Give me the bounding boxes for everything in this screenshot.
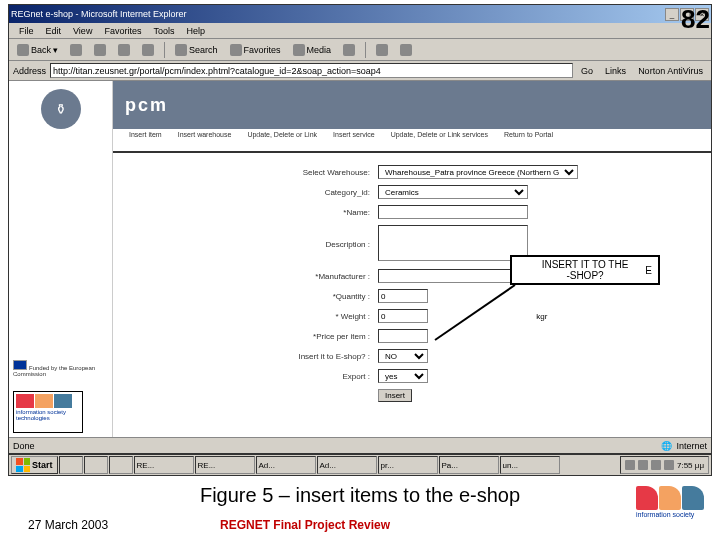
media-button[interactable]: Media <box>289 44 336 56</box>
search-icon <box>175 44 187 56</box>
quicklaunch-2[interactable] <box>84 456 108 474</box>
forward-button[interactable] <box>66 44 86 56</box>
favorites-label: Favorites <box>244 45 281 55</box>
page-number: 82 <box>681 4 710 35</box>
start-button[interactable]: Start <box>11 456 58 474</box>
callout-box: INSERT IT TO THE -SHOP? E <box>510 255 660 285</box>
insert-eshop-select[interactable]: NO <box>378 349 428 363</box>
label-description: Description : <box>243 223 373 265</box>
tray-icon[interactable] <box>638 460 648 470</box>
callout-text: INSERT IT TO THE -SHOP? <box>542 259 629 281</box>
ist-corner-label: information society <box>636 511 714 518</box>
figure-caption: Figure 5 – insert items to the e-shop <box>0 484 720 507</box>
warehouse-select[interactable]: Wharehouse_Patra province Greece (Northe… <box>378 165 578 179</box>
quantity-input[interactable] <box>378 289 428 303</box>
nav-insert-item[interactable]: Insert item <box>121 129 170 151</box>
weight-input[interactable] <box>378 309 428 323</box>
refresh-button[interactable] <box>114 44 134 56</box>
toolbar: Back ▾ Search Favorites Media <box>9 39 711 61</box>
nav-return-portal[interactable]: Return to Portal <box>496 129 561 151</box>
label-price: *Price per item : <box>243 327 373 345</box>
home-icon <box>142 44 154 56</box>
media-label: Media <box>307 45 332 55</box>
callout-arrow <box>430 285 520 345</box>
manufacturer-input[interactable] <box>378 269 528 283</box>
search-button[interactable]: Search <box>171 44 222 56</box>
description-textarea[interactable] <box>378 225 528 261</box>
browser-window: REGnet e-shop - Microsoft Internet Explo… <box>8 4 712 454</box>
nav-update-delete[interactable]: Update, Delete or Link <box>239 129 325 151</box>
tray-clock: 7:55 μμ <box>677 461 704 470</box>
label-warehouse: Select Warehouse: <box>243 163 373 181</box>
taskbar-item[interactable]: un... <box>500 456 560 474</box>
label-quantity: *Quantity : <box>243 287 373 305</box>
funded-text: Funded by the European Commission <box>13 360 108 377</box>
quicklaunch-1[interactable] <box>59 456 83 474</box>
menu-help[interactable]: Help <box>180 26 211 36</box>
menu-edit[interactable]: Edit <box>40 26 68 36</box>
footer-title: REGNET Final Project Review <box>220 518 390 532</box>
mail-icon <box>376 44 388 56</box>
tray-icon[interactable] <box>625 460 635 470</box>
taskbar-item[interactable]: Ad... <box>317 456 377 474</box>
price-input[interactable] <box>378 329 428 343</box>
left-sidebar: ⚱ Funded by the European Commission info… <box>9 81 113 437</box>
address-input[interactable] <box>50 63 573 78</box>
titlebar: REGnet e-shop - Microsoft Internet Explo… <box>9 5 711 23</box>
menu-file[interactable]: File <box>13 26 40 36</box>
links-button[interactable]: Links <box>601 66 630 76</box>
home-button[interactable] <box>138 44 158 56</box>
nav-update-services[interactable]: Update, Delete or Link services <box>383 129 496 151</box>
taskbar: Start RE... RE... Ad... Ad... pr... Pa..… <box>8 454 712 476</box>
ist-label: information society technologies <box>16 409 80 421</box>
back-icon <box>17 44 29 56</box>
back-button[interactable]: Back ▾ <box>13 44 62 56</box>
label-name: *Name: <box>243 203 373 221</box>
window-title: REGnet e-shop - Microsoft Internet Explo… <box>11 9 187 19</box>
taskbar-item[interactable]: RE... <box>134 456 194 474</box>
weight-unit: kgr <box>533 307 581 325</box>
menu-tools[interactable]: Tools <box>147 26 180 36</box>
svg-line-0 <box>435 285 515 340</box>
export-select[interactable]: yes <box>378 369 428 383</box>
status-done: Done <box>13 441 35 451</box>
taskbar-item[interactable]: Pa... <box>439 456 499 474</box>
globe-icon: 🌐 <box>661 441 672 451</box>
ist-logo: information society technologies <box>13 391 83 433</box>
label-weight: * Weight : <box>243 307 373 325</box>
taskbar-item[interactable]: RE... <box>195 456 255 474</box>
tray-icon[interactable] <box>664 460 674 470</box>
taskbar-item[interactable]: pr... <box>378 456 438 474</box>
stop-icon <box>94 44 106 56</box>
search-label: Search <box>189 45 218 55</box>
nav-insert-warehouse[interactable]: Insert warehouse <box>170 129 240 151</box>
statusbar: Done 🌐 Internet <box>9 437 711 453</box>
name-input[interactable] <box>378 205 528 219</box>
taskbar-item[interactable]: Ad... <box>256 456 316 474</box>
windows-logo-icon <box>16 458 30 472</box>
media-icon <box>293 44 305 56</box>
footer-date: 27 March 2003 <box>28 518 108 532</box>
pcm-header: pcm <box>113 81 711 129</box>
category-select[interactable]: Ceramics <box>378 185 528 199</box>
menu-favorites[interactable]: Favorites <box>98 26 147 36</box>
eu-flag-icon <box>13 360 27 370</box>
history-button[interactable] <box>339 44 359 56</box>
star-icon <box>230 44 242 56</box>
mail-button[interactable] <box>372 44 392 56</box>
minimize-button[interactable]: _ <box>665 8 679 21</box>
favorites-button[interactable]: Favorites <box>226 44 285 56</box>
norton-av[interactable]: Norton AntiVirus <box>634 66 707 76</box>
go-button[interactable]: Go <box>577 66 597 76</box>
label-category: Category_id: <box>243 183 373 201</box>
quicklaunch-3[interactable] <box>109 456 133 474</box>
print-button[interactable] <box>396 44 416 56</box>
forward-icon <box>70 44 82 56</box>
insert-button[interactable]: Insert <box>378 389 412 402</box>
label-insert-eshop: Insert it to E-shop? : <box>243 347 373 365</box>
nav-insert-service[interactable]: Insert service <box>325 129 383 151</box>
tray-icon[interactable] <box>651 460 661 470</box>
menu-view[interactable]: View <box>67 26 98 36</box>
system-tray: 7:55 μμ <box>620 456 709 474</box>
stop-button[interactable] <box>90 44 110 56</box>
